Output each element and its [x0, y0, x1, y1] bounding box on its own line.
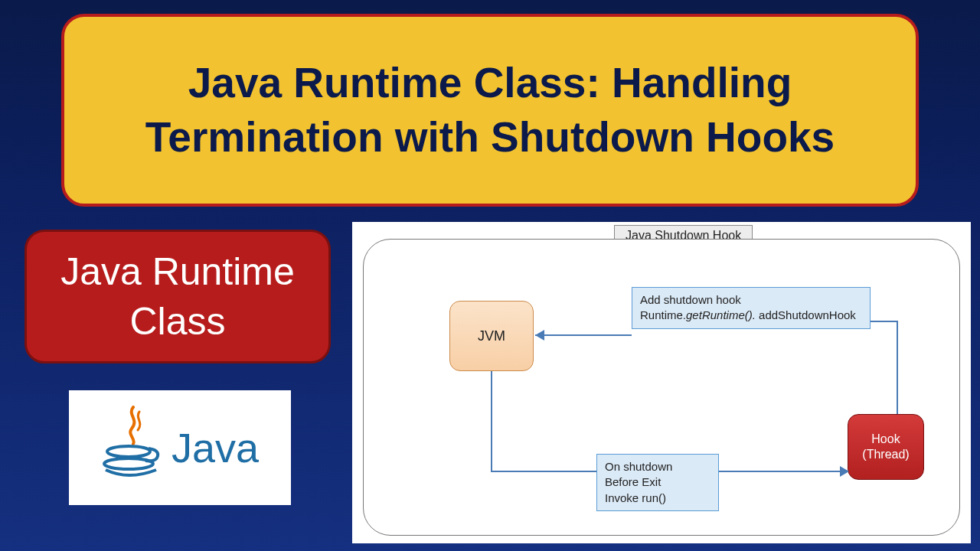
connector-line: [491, 371, 492, 472]
note-add-line2: Runtime.getRuntime(). addShutdownHook: [640, 308, 862, 323]
svg-point-1: [104, 458, 153, 469]
connector-line: [491, 471, 596, 472]
main-title-box: Java Runtime Class: Handling Termination…: [61, 14, 919, 207]
note-add-hook: Add shutdown hook Runtime.getRuntime(). …: [632, 287, 871, 329]
svg-point-0: [107, 446, 150, 457]
connector-line: [535, 334, 632, 336]
subtitle-text: Java Runtime Class: [34, 247, 321, 347]
java-logo: Java: [69, 390, 291, 505]
java-logo-text: Java: [172, 424, 259, 471]
diagram-frame: JVM Hook (Thread) Add shutdown hook Runt…: [363, 239, 960, 536]
connector-line: [871, 321, 898, 322]
main-title-text: Java Runtime Class: Handling Termination…: [87, 56, 893, 165]
connector-line: [897, 321, 898, 414]
note-add-line1: Add shutdown hook: [640, 292, 862, 308]
jvm-node: JVM: [449, 301, 534, 371]
hook-label-2: (Thread): [862, 447, 909, 462]
arrow-head-icon: [535, 330, 544, 341]
arrow-head-icon: [840, 466, 849, 477]
note-on-shutdown: On shutdown Before Exit Invoke run(): [596, 454, 719, 511]
hook-node: Hook (Thread): [848, 414, 924, 480]
hook-label-1: Hook: [871, 432, 900, 447]
note-shutdown-line2: Before Exit: [605, 474, 710, 490]
java-cup-icon: [101, 406, 162, 490]
diagram-panel: Java Shutdown Hook JVM Hook (Thread) Add…: [352, 222, 971, 543]
jvm-label: JVM: [478, 328, 505, 344]
subtitle-box: Java Runtime Class: [24, 230, 331, 364]
connector-line: [719, 471, 846, 472]
note-shutdown-line3: Invoke run(): [605, 491, 710, 506]
note-shutdown-line1: On shutdown: [605, 459, 710, 474]
